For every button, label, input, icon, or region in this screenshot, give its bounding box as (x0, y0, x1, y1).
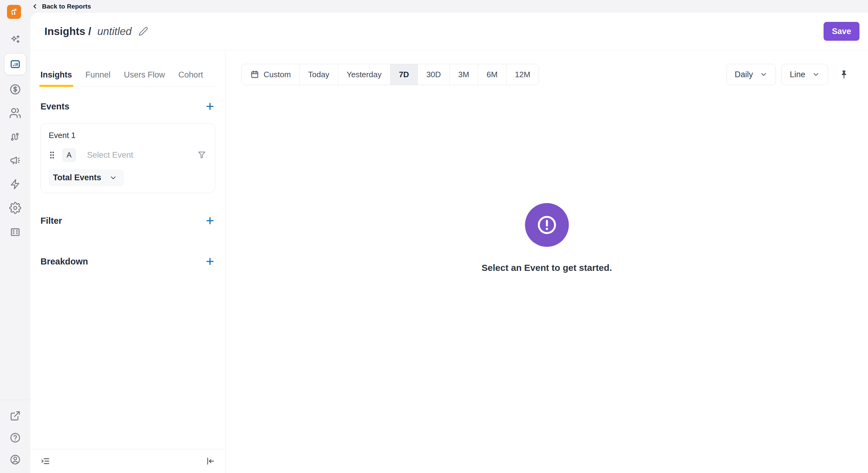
events-section-header: Events (40, 101, 215, 111)
panel-outline-button[interactable] (40, 456, 50, 466)
range-custom-button[interactable]: Custom (242, 64, 300, 85)
megaphone-icon (9, 155, 21, 166)
help-circle-icon (9, 432, 21, 443)
range-today-button[interactable]: Today (300, 64, 338, 85)
rail-item-organization[interactable] (9, 226, 21, 237)
chart-type-dropdown[interactable]: Line (781, 64, 828, 85)
add-breakdown-button[interactable] (205, 256, 215, 267)
series-badge: A (62, 148, 76, 162)
tab-cohort[interactable]: Cohort (178, 62, 203, 86)
range-30d-button[interactable]: 30D (418, 64, 450, 85)
rail-item-settings[interactable] (9, 202, 21, 214)
lightning-icon (9, 178, 21, 190)
events-heading: Events (40, 102, 69, 111)
main-content-card: Insights / untitled Save Insights Funnel… (30, 13, 868, 473)
tab-users-flow[interactable]: Users Flow (124, 62, 165, 86)
filter-section-header: Filter (40, 215, 215, 226)
alert-circle-icon (525, 203, 569, 247)
tab-funnel[interactable]: Funnel (86, 62, 111, 86)
range-yesterday-button[interactable]: Yesterday (338, 64, 391, 85)
report-title-name: untitled (97, 25, 132, 37)
report-header: Insights / untitled Save (30, 13, 868, 50)
external-link-icon (10, 410, 21, 421)
range-3m-button[interactable]: 3M (450, 64, 478, 85)
users-flow-icon (9, 131, 21, 142)
chevron-down-icon (812, 70, 820, 78)
chart-view-controls: Daily Line (726, 64, 849, 85)
bar-chart-logo-icon (9, 7, 19, 16)
rail-item-automations[interactable] (9, 178, 21, 190)
rail-item-revenue[interactable] (9, 83, 21, 96)
filter-funnel-icon (196, 150, 207, 160)
metric-dropdown-label: Total Events (53, 173, 101, 182)
rail-item-account[interactable] (9, 454, 21, 465)
chart-type-label: Line (790, 70, 805, 79)
organization-icon (9, 226, 21, 237)
range-custom-label: Custom (264, 70, 291, 79)
breakdown-heading: Breakdown (40, 257, 88, 267)
add-filter-button[interactable] (205, 215, 215, 226)
report-title-prefix: Insights / (44, 25, 91, 37)
app-logo[interactable] (7, 5, 21, 19)
breakdown-section-header: Breakdown (40, 256, 215, 267)
metric-dropdown[interactable]: Total Events (49, 169, 124, 186)
dollar-circle-icon (9, 83, 21, 96)
plus-icon (205, 101, 215, 111)
left-rail (0, 0, 30, 473)
range-7d-button[interactable]: 7D (391, 64, 418, 85)
users-icon (9, 107, 21, 119)
plus-icon (205, 256, 215, 267)
rail-item-users[interactable] (9, 107, 21, 119)
rail-item-users-flow[interactable] (9, 131, 21, 142)
empty-state-message: Select an Event to get started. (482, 263, 612, 273)
calendar-icon (250, 70, 259, 79)
settings-gear-icon (9, 202, 21, 214)
back-to-reports-label: Back to Reports (42, 3, 91, 10)
account-circle-icon (9, 454, 21, 465)
collapse-panel-button[interactable] (206, 456, 215, 466)
collapse-panel-icon (206, 456, 215, 466)
config-panel-footer (30, 449, 225, 473)
pushpin-icon (839, 69, 849, 80)
top-bar: Back to Reports (0, 0, 868, 13)
add-event-button[interactable] (205, 101, 215, 111)
save-button[interactable]: Save (824, 22, 860, 41)
chevron-down-icon (760, 70, 768, 78)
range-12m-button[interactable]: 12M (506, 64, 539, 85)
indent-list-icon (40, 456, 50, 466)
rail-divider (0, 400, 30, 400)
pencil-icon (138, 27, 148, 36)
rail-item-insights-active[interactable] (4, 53, 26, 75)
filter-heading: Filter (40, 216, 62, 226)
plus-icon (205, 215, 215, 226)
back-chevron-icon (32, 3, 38, 10)
chevron-down-icon (109, 174, 117, 182)
empty-state: Select an Event to get started. (225, 203, 868, 273)
select-event-input[interactable]: Select Event (87, 150, 196, 160)
granularity-label: Daily (735, 70, 753, 79)
granularity-dropdown[interactable]: Daily (726, 64, 776, 85)
config-panel: Insights Funnel Users Flow Cohort Events… (30, 50, 225, 473)
report-body: Insights Funnel Users Flow Cohort Events… (30, 50, 868, 473)
date-range-group: Custom Today Yesterday 7D 30D 3M 6M 12M (241, 64, 539, 85)
report-title: Insights / untitled (44, 25, 148, 37)
rail-item-external-link[interactable] (10, 410, 21, 421)
tab-insights[interactable]: Insights (40, 62, 72, 86)
insights-chart-icon (9, 58, 21, 70)
event-card-title: Event 1 (49, 131, 207, 140)
pin-report-button[interactable] (839, 69, 849, 80)
chart-area: Custom Today Yesterday 7D 30D 3M 6M 12M … (225, 50, 868, 473)
range-6m-button[interactable]: 6M (478, 64, 506, 85)
rail-item-ai-assistant[interactable] (9, 34, 21, 45)
event-card: Event 1 A Select Event (40, 123, 215, 193)
report-type-tabs: Insights Funnel Users Flow Cohort (40, 62, 215, 87)
rail-item-help[interactable] (9, 432, 21, 443)
edit-title-button[interactable] (138, 27, 148, 36)
rail-item-campaigns[interactable] (9, 155, 21, 166)
event-select-row: A Select Event (49, 148, 207, 162)
event-filter-button[interactable] (196, 150, 207, 160)
back-to-reports-link[interactable]: Back to Reports (32, 3, 91, 10)
sparkles-icon (9, 34, 21, 45)
chart-toolbar: Custom Today Yesterday 7D 30D 3M 6M 12M … (241, 64, 849, 85)
drag-handle-icon[interactable] (49, 150, 55, 160)
